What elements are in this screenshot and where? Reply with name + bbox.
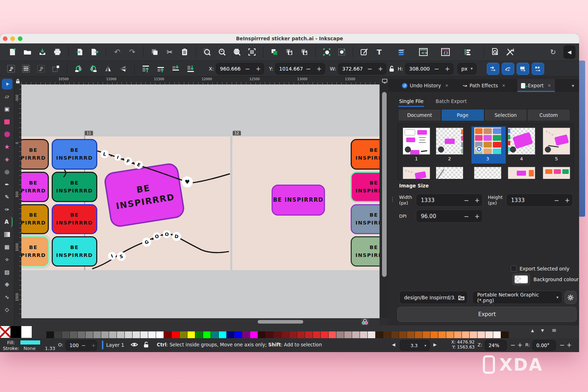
xml-editor-icon[interactable]: <> (419, 47, 428, 57)
find-replace-icon[interactable] (490, 47, 500, 57)
page-thumbnail-9[interactable] (508, 167, 535, 179)
move-scale-stroke-toggle[interactable] (487, 63, 499, 75)
thumbnail-radio[interactable] (438, 146, 444, 153)
palette-swatch[interactable] (478, 331, 485, 338)
palette-swatch[interactable] (180, 331, 187, 338)
palette-swatch[interactable] (415, 331, 423, 338)
palette-swatch[interactable] (321, 331, 329, 338)
sticker-be-pirrrd[interactable]: BE PIRRRD (21, 139, 49, 170)
rectangle-tool[interactable] (2, 117, 12, 127)
object-properties-icon[interactable]: {} (441, 47, 450, 57)
palette-swatch[interactable] (62, 331, 70, 338)
text-tool[interactable]: A (2, 217, 12, 227)
palette-no-color-swatch[interactable] (0, 326, 10, 338)
width-field[interactable]: 1333 − + (416, 194, 483, 207)
y-plus-button[interactable]: + (314, 65, 324, 72)
duplicate-icon[interactable] (150, 47, 159, 57)
palette-swatch[interactable] (93, 331, 101, 338)
y-field[interactable]: 1014.667 − + (275, 63, 325, 74)
eraser-tool[interactable]: ◇ (2, 304, 12, 315)
opacity-minus-button[interactable]: − (79, 342, 89, 348)
mode-selection[interactable]: Selection (484, 109, 527, 121)
opacity-plus-button[interactable]: + (89, 342, 99, 348)
thumbnail-radio[interactable] (405, 146, 411, 153)
w-minus-button[interactable]: − (364, 65, 375, 72)
page-thumbnail-7[interactable] (436, 167, 463, 179)
zoom-plus-button[interactable]: + (515, 341, 525, 349)
ellipse-tool[interactable] (2, 129, 12, 140)
page-thumbnail-4[interactable] (508, 128, 535, 155)
palette-swatch[interactable] (446, 331, 454, 338)
palette-swatch[interactable] (470, 331, 478, 338)
sticker-be-pirrrd[interactable]: BE PIRRRD (21, 172, 49, 202)
selection-bbox-icon[interactable] (51, 64, 61, 73)
bead-heart[interactable]: ♥ (182, 176, 193, 187)
raise-icon[interactable] (156, 64, 165, 73)
palette-swatch[interactable] (117, 331, 125, 338)
horizontal-ruler[interactable]: 10500 11000 11500 12000 12500 13000 1350… (21, 77, 380, 84)
tab-undo-history[interactable]: ↺ Undo History × (398, 79, 452, 92)
horizontal-scrollbar-thumb[interactable] (258, 320, 303, 324)
layer-lock-icon[interactable] (143, 341, 149, 348)
dpi-value[interactable]: 96.00 (421, 213, 461, 220)
open-folder-icon[interactable] (455, 295, 468, 300)
move-gradient-toggle[interactable] (517, 63, 529, 75)
palette-swatch[interactable] (297, 331, 305, 338)
page-thumbnail-2[interactable] (436, 128, 463, 155)
save-document-icon[interactable] (38, 47, 47, 57)
export-button[interactable]: Export (397, 307, 577, 322)
fill-swatch[interactable] (20, 340, 41, 345)
width-plus-button[interactable]: + (472, 197, 483, 204)
height-field[interactable]: 1333 − + (506, 194, 573, 207)
calligraphy-tool[interactable]: ✑ (2, 204, 12, 215)
palette-swatch[interactable] (360, 331, 368, 338)
dpi-plus-button[interactable]: + (472, 213, 483, 220)
vertical-ruler[interactable]: -500 0 500 1000 1500 (14, 84, 21, 318)
sticker-be-inspirrrd[interactable]: BE INSPIRRRD (52, 236, 97, 267)
ruler-corner-lock-icon[interactable] (14, 77, 21, 84)
opacity-value[interactable]: 100 (69, 342, 79, 348)
palette-swatch[interactable] (234, 331, 242, 338)
print-icon[interactable] (53, 47, 62, 57)
pencil-tool[interactable]: ✎ (2, 192, 12, 202)
format-dropdown[interactable]: Portable Network Graphic (*.png) ▾ (472, 291, 562, 304)
shape-builder-tool[interactable]: ▣ (2, 104, 12, 114)
palette-swatch[interactable] (266, 331, 274, 338)
palette-swatch[interactable] (78, 331, 86, 338)
zoom-drawing-icon[interactable] (217, 47, 227, 57)
reset-rotation-icon[interactable]: ↻ (548, 47, 558, 57)
export-icon[interactable] (90, 47, 99, 57)
filename-field[interactable]: design/Be Inspirrrd/3.png (399, 291, 468, 304)
background-colour-swatch[interactable] (512, 273, 530, 285)
x-plus-button[interactable]: + (253, 65, 264, 72)
rotation-value[interactable]: 0.00° (536, 342, 556, 348)
flip-horizontal-icon[interactable] (104, 64, 113, 73)
rotate-ccw-icon[interactable] (74, 64, 83, 73)
palette-swatch[interactable] (187, 331, 195, 338)
palette-swatch[interactable] (172, 331, 180, 338)
select-all-icon[interactable] (6, 64, 16, 73)
select-all-layers-icon[interactable] (21, 64, 31, 73)
h-plus-button[interactable]: + (442, 65, 453, 72)
canvas[interactable]: 11 12 BE PIRRRD BE PIRRRD BE PIRRRD BE P… (21, 84, 380, 318)
deselect-icon[interactable] (36, 64, 46, 73)
rotation-plus-button[interactable]: + (564, 341, 574, 349)
select-touching-icon[interactable] (337, 47, 346, 57)
palette-swatch[interactable] (109, 331, 117, 338)
close-tab-icon[interactable]: × (445, 83, 449, 88)
palette-swatch[interactable] (227, 331, 234, 338)
tweak-tool[interactable]: ❉ (2, 279, 12, 290)
page-thumbnail-5[interactable] (543, 128, 570, 155)
close-tab-icon[interactable]: × (548, 83, 551, 88)
palette-swatch[interactable] (336, 331, 344, 338)
palette-swatch[interactable] (148, 331, 156, 338)
color-managed-view-icon[interactable] (361, 318, 369, 325)
x-field[interactable]: 960.666 − + (216, 63, 264, 74)
sticker-be-inspirrrd[interactable]: BE INSPIRRRD (351, 139, 380, 170)
raise-to-top-icon[interactable] (141, 64, 150, 73)
palette-swatch[interactable] (140, 331, 148, 338)
sticker-be-pirrrd-selected[interactable]: BE PIRRRD (21, 236, 49, 267)
sticker-be-inspirrrd[interactable]: BE INSPIRRRD (351, 172, 380, 202)
gradient-tool[interactable] (2, 229, 12, 240)
sticker-page12-be-inspirrrd[interactable]: BE INSPIRRRD (272, 185, 325, 216)
